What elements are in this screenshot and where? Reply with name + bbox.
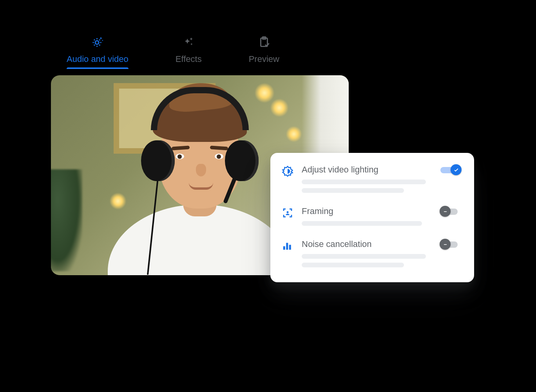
placeholder-line — [302, 263, 404, 267]
setting-row-lighting: Adjust video lighting — [281, 165, 463, 197]
svg-rect-7 — [289, 245, 291, 250]
tab-label: Audio and video — [67, 54, 129, 64]
placeholder-line — [302, 221, 422, 226]
placeholder-line — [302, 180, 426, 184]
svg-point-3 — [287, 211, 289, 213]
svg-rect-6 — [286, 243, 288, 250]
setting-row-noise: Noise cancellation — [281, 239, 463, 271]
brightness-icon — [281, 165, 294, 177]
minus-icon — [440, 206, 451, 217]
placeholder-line — [302, 254, 426, 259]
settings-tabs: Audio and video Effects — [51, 35, 474, 68]
toggle-framing[interactable] — [440, 207, 461, 216]
tab-preview[interactable]: Preview — [249, 35, 279, 68]
av-settings-panel: Adjust video lighting — [270, 153, 474, 282]
toggle-noise[interactable] — [440, 240, 461, 249]
svg-rect-4 — [444, 211, 447, 212]
placeholder-line — [302, 188, 404, 193]
setting-label: Adjust video lighting — [302, 165, 433, 175]
clipboard-check-icon — [257, 35, 271, 50]
person-with-headset — [108, 205, 292, 275]
check-icon — [451, 164, 462, 175]
tab-underline — [67, 67, 129, 69]
minus-icon — [440, 239, 451, 250]
svg-rect-8 — [444, 244, 447, 245]
setting-label: Framing — [302, 206, 433, 216]
tab-label: Preview — [249, 54, 279, 64]
audio-bars-icon — [281, 239, 294, 252]
toggle-lighting[interactable] — [440, 165, 461, 174]
settings-sparkle-icon — [91, 35, 104, 50]
setting-row-framing: Framing — [281, 206, 463, 230]
svg-rect-5 — [283, 246, 285, 250]
frame-person-icon — [281, 206, 294, 219]
setting-label: Noise cancellation — [302, 239, 433, 249]
tab-audio-video[interactable]: Audio and video — [67, 35, 129, 68]
tab-effects[interactable]: Effects — [176, 35, 202, 68]
svg-point-0 — [95, 41, 99, 44]
sparkles-icon — [182, 35, 195, 50]
tab-label: Effects — [176, 54, 202, 64]
